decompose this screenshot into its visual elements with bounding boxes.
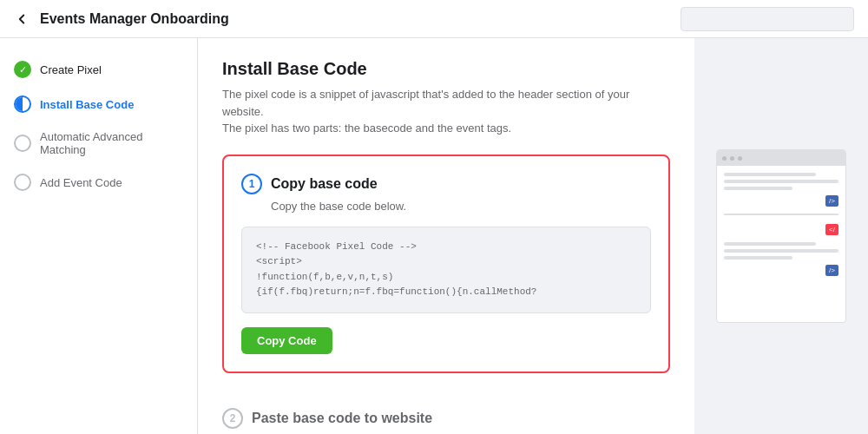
main-desc-line2: The pixel has two parts: the basecode an… xyxy=(222,122,511,135)
illus-dot-3 xyxy=(738,156,742,161)
illus-divider xyxy=(724,214,838,215)
step-1-title: Copy base code xyxy=(271,176,378,192)
sidebar-item-install-base-code[interactable]: Install Base Code xyxy=(0,87,197,122)
illus-line xyxy=(724,249,838,253)
sidebar-item-add-event-code[interactable]: Add Event Code xyxy=(0,165,197,200)
code-illustration: /> </ /> xyxy=(716,149,846,323)
inactive-icon xyxy=(14,174,31,191)
illus-tag-close: /> xyxy=(825,195,838,207)
illus-line xyxy=(724,242,816,246)
illus-tag-code: </ xyxy=(825,224,838,235)
step-2-title: Paste base code to website xyxy=(252,411,432,426)
illus-tag-close2: /> xyxy=(825,265,838,276)
illus-line xyxy=(724,180,838,183)
illus-body: /> </ /> xyxy=(717,166,845,283)
illus-line xyxy=(724,187,792,190)
done-icon: ✓ xyxy=(14,61,31,78)
main-content: Install Base Code The pixel code is a sn… xyxy=(198,38,694,434)
sidebar-item-label: Install Base Code xyxy=(40,98,134,111)
inactive-icon xyxy=(14,135,31,152)
sidebar-item-label: Add Event Code xyxy=(40,176,122,189)
step-2-number: 2 xyxy=(222,408,243,429)
sidebar: ✓ Create Pixel Install Base Code Automat… xyxy=(0,38,198,434)
illus-dot-2 xyxy=(730,156,734,161)
illus-line xyxy=(724,173,816,176)
sidebar-item-automatic-advanced-matching[interactable]: Automatic Advanced Matching xyxy=(0,122,197,165)
main-title: Install Base Code xyxy=(222,59,670,79)
step-1-subtitle: Copy the base code below. xyxy=(271,200,651,213)
illus-dot-1 xyxy=(722,156,727,161)
back-button[interactable] xyxy=(14,11,30,27)
main-desc-line1: The pixel code is a snippet of javascrip… xyxy=(222,88,629,118)
illus-topbar xyxy=(717,150,845,166)
layout: ✓ Create Pixel Install Base Code Automat… xyxy=(0,38,868,434)
copy-code-button[interactable]: Copy Code xyxy=(241,327,332,354)
sidebar-item-label: Automatic Advanced Matching xyxy=(40,130,183,156)
step-2-header: 2 Paste base code to website xyxy=(222,408,670,429)
sidebar-item-create-pixel[interactable]: ✓ Create Pixel xyxy=(0,52,197,87)
active-icon xyxy=(14,95,31,113)
code-block: <!-- Facebook Pixel Code --> <script> !f… xyxy=(241,227,651,313)
page-title: Events Manager Onboarding xyxy=(40,11,229,27)
topbar: Events Manager Onboarding xyxy=(0,0,868,38)
step-2-section: 2 Paste base code to website Paste the p… xyxy=(222,391,670,434)
main-description: The pixel code is a snippet of javascrip… xyxy=(222,86,670,137)
sidebar-item-label: Create Pixel xyxy=(40,63,102,76)
search-input[interactable] xyxy=(681,7,854,31)
right-panel: /> </ /> xyxy=(694,38,868,434)
step-1-number: 1 xyxy=(241,174,262,194)
illus-line xyxy=(724,256,792,260)
step-1-header: 1 Copy base code xyxy=(241,174,651,194)
step-1-card: 1 Copy base code Copy the base code belo… xyxy=(222,155,670,373)
